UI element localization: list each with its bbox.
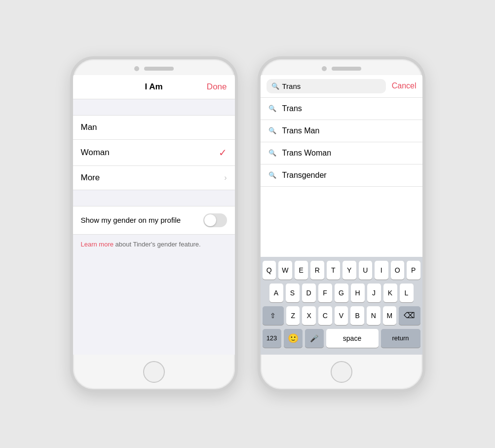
key-w[interactable]: W — [278, 261, 292, 280]
checkmark-icon: ✓ — [219, 147, 227, 159]
search-results-list: 🔍 Trans 🔍 Trans Man 🔍 Trans Woman 🔍 Tran… — [261, 98, 422, 257]
keyboard-row-1: Q W E R T Y U I O P — [263, 261, 420, 280]
result-label-trans-man: Trans Man — [282, 126, 320, 135]
key-k[interactable]: K — [383, 284, 397, 302]
key-m[interactable]: M — [383, 306, 397, 325]
result-search-icon-1: 🔍 — [268, 105, 276, 112]
man-label: Man — [81, 122, 97, 132]
key-l[interactable]: L — [400, 284, 414, 302]
key-shift[interactable]: ⇧ — [263, 306, 284, 325]
chevron-right-icon: › — [224, 173, 227, 182]
home-button[interactable] — [143, 361, 165, 383]
key-return[interactable]: return — [381, 329, 420, 348]
woman-label: Woman — [81, 148, 110, 158]
keyboard-row-3: ⇧ Z X C V B N M ⌫ — [263, 306, 420, 325]
i-am-screen: I Am Done Man Woman ✓ More › — [73, 75, 235, 355]
list-item-woman[interactable]: Woman ✓ — [73, 140, 235, 166]
learn-more-section: Learn more about Tinder's gender feature… — [73, 235, 235, 254]
key-a[interactable]: A — [269, 284, 283, 302]
key-x[interactable]: X — [302, 306, 316, 325]
top-divider — [73, 99, 235, 115]
gender-visibility-section: Show my gender on my profile — [73, 206, 235, 235]
result-label-trans-woman: Trans Woman — [282, 149, 332, 158]
key-emoji[interactable]: 🙂 — [284, 329, 303, 348]
key-z[interactable]: Z — [286, 306, 300, 325]
search-input[interactable]: Trans — [282, 82, 381, 90]
learn-more-suffix: about Tinder's gender feature. — [114, 241, 201, 248]
gender-toggle-row: Show my gender on my profile — [73, 206, 235, 234]
screen-title: I Am — [145, 82, 162, 92]
key-space[interactable]: space — [326, 329, 379, 348]
key-s[interactable]: S — [286, 284, 300, 302]
phone-bottom — [73, 355, 235, 389]
phone-screen-2: 🔍 Trans Cancel 🔍 Trans 🔍 Trans Man — [261, 75, 422, 355]
result-search-icon-3: 🔍 — [268, 149, 276, 157]
key-g[interactable]: G — [335, 284, 348, 302]
result-item-trans[interactable]: 🔍 Trans — [261, 98, 422, 120]
key-j[interactable]: J — [367, 284, 381, 302]
result-item-trans-man[interactable]: 🔍 Trans Man — [261, 120, 422, 142]
toggle-knob — [204, 214, 216, 226]
home-button-2[interactable] — [331, 361, 352, 383]
key-n[interactable]: N — [367, 306, 381, 325]
done-button[interactable]: Done — [207, 82, 227, 92]
list-item-man[interactable]: Man — [73, 116, 235, 140]
result-search-icon-4: 🔍 — [268, 171, 276, 179]
result-item-trans-woman[interactable]: 🔍 Trans Woman — [261, 142, 422, 164]
key-i[interactable]: I — [375, 261, 388, 280]
key-q[interactable]: Q — [263, 261, 276, 280]
phone-2: 🔍 Trans Cancel 🔍 Trans 🔍 Trans Man — [258, 56, 425, 392]
result-item-transgender[interactable]: 🔍 Transgender — [261, 164, 422, 187]
phone-top-bar — [73, 59, 235, 75]
key-o[interactable]: O — [391, 261, 405, 280]
speaker-grille-2 — [332, 67, 361, 71]
key-p[interactable]: P — [407, 261, 420, 280]
phone-bottom-2 — [261, 355, 422, 389]
phone-top-bar-2 — [261, 59, 422, 75]
keyboard: Q W E R T Y U I O P A S D F G — [261, 257, 422, 355]
camera-dot-2 — [322, 66, 327, 71]
key-c[interactable]: C — [318, 306, 332, 325]
gender-toggle-label: Show my gender on my profile — [81, 216, 181, 224]
gender-list: Man Woman ✓ More › — [73, 115, 235, 190]
key-e[interactable]: E — [295, 261, 308, 280]
camera-dot — [134, 66, 139, 71]
list-item-more[interactable]: More › — [73, 166, 235, 190]
phone-1: I Am Done Man Woman ✓ More › — [70, 56, 238, 392]
key-numbers[interactable]: 123 — [263, 329, 281, 348]
nav-bar: I Am Done — [73, 75, 235, 99]
key-u[interactable]: U — [359, 261, 373, 280]
key-r[interactable]: R — [310, 261, 324, 280]
result-label-trans: Trans — [282, 104, 302, 113]
key-y[interactable]: Y — [343, 261, 356, 280]
more-label: More — [81, 173, 100, 183]
key-v[interactable]: V — [335, 306, 348, 325]
key-delete[interactable]: ⌫ — [399, 306, 420, 325]
search-icon: 🔍 — [271, 82, 279, 90]
cancel-button[interactable]: Cancel — [390, 81, 417, 90]
key-d[interactable]: D — [302, 284, 316, 302]
search-bar: 🔍 Trans Cancel — [261, 75, 422, 98]
speaker-grille — [144, 67, 174, 71]
phone-screen-1: I Am Done Man Woman ✓ More › — [73, 75, 235, 355]
gender-toggle[interactable] — [203, 213, 227, 227]
keyboard-row-2: A S D F G H J K L — [263, 284, 420, 302]
keyboard-row-4: 123 🙂 🎤 space return — [263, 329, 420, 348]
key-f[interactable]: F — [318, 284, 332, 302]
key-h[interactable]: H — [351, 284, 365, 302]
learn-more-link[interactable]: Learn more — [81, 241, 114, 248]
key-b[interactable]: B — [350, 306, 364, 325]
search-input-wrap[interactable]: 🔍 Trans — [267, 79, 386, 93]
result-search-icon-2: 🔍 — [268, 127, 276, 134]
key-microphone[interactable]: 🎤 — [305, 329, 324, 348]
key-t[interactable]: T — [327, 261, 341, 280]
result-label-transgender: Transgender — [282, 171, 327, 180]
search-screen: 🔍 Trans Cancel 🔍 Trans 🔍 Trans Man — [261, 75, 422, 355]
